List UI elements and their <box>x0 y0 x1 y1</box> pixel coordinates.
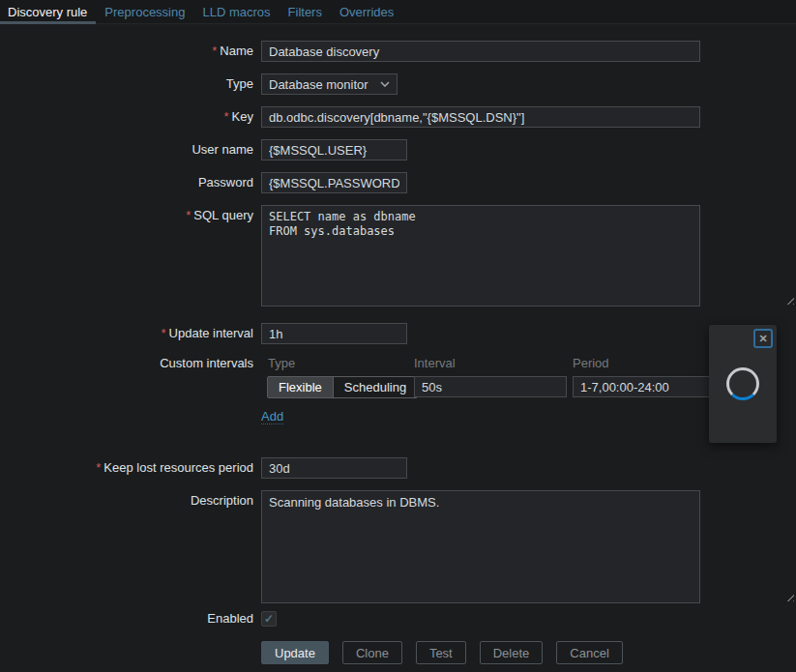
key-input[interactable] <box>261 106 700 128</box>
enabled-row: Enabled ✓ <box>0 611 796 627</box>
discovery-rule-form: *Name Type Database monitor *Key User na… <box>0 24 796 664</box>
tab-overrides[interactable]: Overrides <box>331 0 402 23</box>
check-icon: ✓ <box>264 613 274 625</box>
delete-button[interactable]: Delete <box>480 641 544 664</box>
name-row: *Name <box>0 41 796 62</box>
required-asterisk: * <box>186 208 191 222</box>
password-label: Password <box>0 172 253 193</box>
type-label: Type <box>0 73 253 95</box>
name-input[interactable] <box>261 41 700 62</box>
username-row: User name <box>0 139 796 161</box>
sql-query-label: *SQL query <box>0 205 253 226</box>
flexible-button[interactable]: Flexible <box>268 377 333 397</box>
key-row: *Key <box>0 106 796 128</box>
update-interval-label: *Update interval <box>0 323 253 344</box>
chevron-down-icon <box>380 81 390 87</box>
form-tab-bar: Discovery rule Preprocessing LLD macros … <box>0 0 796 24</box>
custom-intervals-label: Custom intervals <box>0 357 253 370</box>
update-button[interactable]: Update <box>261 641 329 664</box>
scheduling-button[interactable]: Scheduling <box>333 377 417 397</box>
type-row: Type Database monitor <box>0 73 796 95</box>
required-asterisk: * <box>96 460 101 475</box>
key-label: *Key <box>0 106 253 128</box>
custom-intervals-row: Custom intervals Type Interval Period Fl… <box>0 357 796 424</box>
password-input[interactable] <box>261 172 407 193</box>
keep-lost-input[interactable] <box>261 457 407 479</box>
loading-popup: ✕ <box>709 325 777 443</box>
ci-interval-input[interactable] <box>414 376 567 397</box>
ci-type-header: Type <box>261 357 414 370</box>
tab-lld-macros[interactable]: LLD macros <box>193 0 279 23</box>
username-input[interactable] <box>261 139 407 161</box>
username-label: User name <box>0 139 253 161</box>
sql-query-row: *SQL query SELECT name as dbname FROM sy… <box>0 205 796 307</box>
tab-preprocessing[interactable]: Preprocessing <box>96 0 193 23</box>
sql-query-textarea[interactable]: SELECT name as dbname FROM sys.databases <box>261 205 700 307</box>
update-interval-input[interactable] <box>261 323 407 344</box>
description-textarea[interactable]: Scanning databases in DBMS. <box>261 490 700 603</box>
required-asterisk: * <box>224 109 229 124</box>
popup-close-button[interactable]: ✕ <box>753 329 773 348</box>
keep-lost-row: *Keep lost resources period <box>0 457 796 479</box>
description-row: Description Scanning databases in DBMS. <box>0 490 796 603</box>
cancel-button[interactable]: Cancel <box>556 641 622 664</box>
add-interval-link[interactable]: Add <box>261 409 283 424</box>
name-label: *Name <box>0 41 253 62</box>
close-icon: ✕ <box>758 333 767 345</box>
ci-period-input[interactable] <box>573 376 718 397</box>
resize-grip-icon[interactable] <box>784 592 794 601</box>
tab-filters[interactable]: Filters <box>280 0 331 23</box>
interval-type-toggle: Flexible Scheduling <box>267 376 418 398</box>
required-asterisk: * <box>161 326 165 340</box>
required-asterisk: * <box>212 44 217 58</box>
tab-discovery-rule[interactable]: Discovery rule <box>0 0 96 23</box>
test-button[interactable]: Test <box>416 641 466 664</box>
type-select-value: Database monitor <box>269 77 369 92</box>
keep-lost-label: *Keep lost resources period <box>0 457 253 479</box>
type-select[interactable]: Database monitor <box>261 73 398 95</box>
ci-period-header: Period <box>573 357 720 370</box>
clone-button[interactable]: Clone <box>342 641 402 664</box>
form-action-buttons: Update Clone Test Delete Cancel <box>261 641 796 664</box>
loading-spinner-icon <box>726 367 759 400</box>
resize-grip-icon[interactable] <box>784 295 794 305</box>
description-label: Description <box>0 490 253 511</box>
enabled-label: Enabled <box>0 611 253 627</box>
enabled-checkbox[interactable]: ✓ <box>261 611 277 627</box>
update-interval-row: *Update interval <box>0 323 796 344</box>
ci-interval-header: Interval <box>414 357 573 370</box>
password-row: Password <box>0 172 796 193</box>
